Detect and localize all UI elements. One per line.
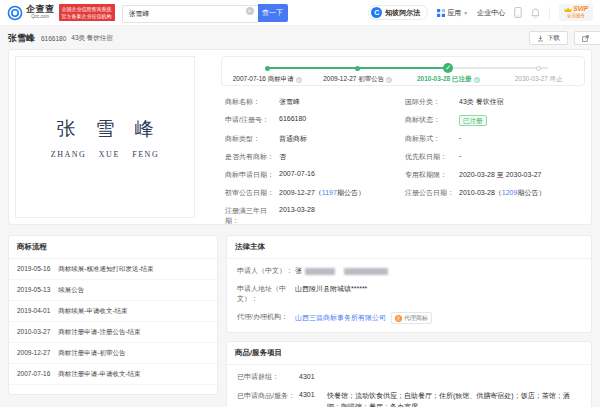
clear-icon[interactable]: × [246, 7, 254, 15]
timeline-step: 2007-07-16 商标申请 [222, 62, 313, 85]
details-row: 注册满三年日期：2013-03-28 [225, 202, 585, 230]
timeline-dot [265, 66, 270, 71]
field-label: 代理/办理机构： [237, 312, 295, 322]
details-cell: 商标形式：- [405, 134, 585, 144]
process-list: 2019-05-16商标续展-核准通知打印发送-结束2019-05-13续展公告… [9, 259, 217, 385]
qcc-logo[interactable]: 企查查 Qcc.com [7, 5, 55, 21]
field-label: 商标类型： [225, 134, 279, 144]
goods-row: 已申请群组：4301 [227, 368, 591, 387]
field-value: 6166180 [279, 115, 306, 122]
redacted-block [344, 268, 388, 275]
legal-row: 申请人（中文）：张 [227, 262, 591, 280]
timeline-step: 2009-12-27 初审公告 [313, 62, 404, 85]
process-item: 2019-04-01商标续展-申请收文-结束 [9, 301, 217, 322]
details-row: 是否共有商标：否优先权日期：- [225, 148, 585, 166]
details-cell: 商标状态：已注册 [405, 115, 585, 126]
agency-badge-icon: 企 [395, 315, 402, 322]
qcc-logo-text: 企查查 Qcc.com [26, 5, 55, 20]
nav-divider [549, 7, 550, 19]
mobile-app-icon[interactable] [514, 7, 522, 18]
field-value: 张雪峰 [279, 97, 300, 107]
details-row: 申请/注册号：6166180商标状态：已注册 [225, 111, 585, 130]
process-text: 商标注册申请-注册公告-结束 [58, 328, 140, 337]
details-cell: 商标名称：张雪峰 [225, 97, 405, 107]
process-text: 商标续展-核准通知打印发送-结束 [58, 265, 153, 274]
field-value: 普通商标 [279, 134, 307, 144]
legal-card-title: 法律主体 [227, 236, 591, 259]
redacted-block [305, 268, 335, 275]
timeline-dot [355, 66, 360, 71]
apps-menu[interactable]: 应用 ▼ [437, 8, 468, 18]
search-button[interactable]: 查一下 [258, 4, 288, 22]
process-date: 2007-07-16 [17, 370, 50, 379]
search-bar: × 查一下 [122, 2, 288, 23]
field-label: 注册满三年日期： [225, 206, 279, 226]
timeline-dot [536, 66, 541, 71]
field-label: 商标申请日期： [225, 170, 279, 180]
process-text: 商标注册申请-初审公告 [58, 349, 125, 358]
logo-domain: Qcc.com [26, 15, 55, 20]
share-button[interactable] [574, 31, 600, 45]
process-text: 商标注册申请-申请收文-结束 [58, 370, 140, 379]
details-row: 商标类型：普通商标商标形式：- [225, 130, 585, 148]
process-text: 续展公告 [58, 286, 84, 295]
field-label: 商标形式： [405, 134, 459, 144]
field-label: 申请/注册号： [225, 115, 279, 125]
goods-rows: 已申请群组：4301已申请商品/服务：4301快餐馆；流动饮食供应；自助餐厅；住… [227, 365, 591, 407]
trademark-overview-card: 张雪峰 ZHANG XUE FENG 2007-07-16 商标申请2009-1… [8, 49, 592, 225]
process-item: 2019-05-16商标续展-核准通知打印发送-结束 [9, 259, 217, 280]
field-value: 快餐馆；流动饮食供应；自助餐厅；住所(旅馆、供膳寄宿处)；饭店；茶馆；酒吧；咖啡… [327, 391, 581, 407]
agency-tag-label: 代理商标 [404, 314, 428, 322]
field-label: 商标状态： [405, 115, 459, 125]
alpha-icon: C [371, 7, 382, 18]
process-item: 2007-07-16商标注册申请-申请收文-结束 [9, 364, 217, 385]
alpha-label: 知彼阿尔法 [385, 8, 420, 18]
details-row: 商标名称：张雪峰国际分类：43类 餐饮住宿 [225, 93, 585, 111]
details-cell: 商标类型：普通商标 [225, 134, 405, 144]
clock-icon [474, 77, 480, 83]
svip-badge[interactable]: SVIP 会员服务 [559, 4, 593, 21]
search-input[interactable] [122, 5, 258, 23]
notification-bell-icon[interactable] [531, 8, 540, 18]
details-cell: 是否共有商标：否 [225, 152, 405, 162]
trademark-category: 43类 餐饮住宿 [71, 34, 113, 43]
process-date: 2019-05-16 [17, 265, 50, 274]
field-value: 2007-07-16 [279, 170, 315, 177]
legal-row: 代理/办理机构：山西三晋商标事务所有限公司企代理商标 [227, 308, 591, 328]
process-card-title: 商标流程 [9, 236, 217, 259]
process-date: 2010-03-27 [17, 328, 50, 337]
crown-icon [564, 7, 572, 13]
process-date: 2019-04-01 [17, 307, 50, 316]
gazette-link[interactable]: 1209 [502, 189, 518, 196]
field-label: 已申请群组： [237, 372, 299, 382]
page-header: 张雪峰 6166180 43类 餐饮住宿 下载 [0, 26, 600, 49]
field-value: - [459, 134, 461, 141]
field-label: 优先权日期： [405, 152, 459, 162]
gov-badge-line1: 全国企业信用查询系统 [62, 6, 112, 13]
agency-link[interactable]: 山西三晋商标事务所有限公司 [295, 313, 386, 323]
details-cell: 初审公告日期：2009-12-27（1197期公告） [225, 188, 405, 198]
goods-card-title: 商品/服务项目 [227, 342, 591, 365]
details-row: 初审公告日期：2009-12-27（1197期公告）注册公告日期：2010-03… [225, 184, 585, 202]
check-icon: ✓ [443, 63, 453, 73]
enterprise-center-link[interactable]: 企业中心 [477, 8, 505, 18]
field-value: - [459, 152, 461, 159]
field-value: 已注册 [459, 115, 487, 126]
trademark-image: 张雪峰 ZHANG XUE FENG [15, 56, 195, 218]
clock-icon [386, 77, 392, 83]
field-value: 4301 [299, 372, 315, 383]
zhibi-alpha-link[interactable]: C 知彼阿尔法 [368, 5, 428, 20]
field-value: 2013-03-28 [279, 206, 315, 213]
timeline-step: ✓2010-03-28 已注册 [403, 62, 494, 85]
gazette-link[interactable]: 1197 [322, 189, 337, 196]
qcc-logo-icon [7, 5, 23, 21]
share-icon [582, 35, 589, 42]
details-cell: 专用权期限：2020-03-28 至 2030-03-27 [405, 170, 585, 180]
trademark-details: 商标名称：张雪峰国际分类：43类 餐饮住宿申请/注册号：6166180商标状态：… [221, 91, 585, 230]
field-label: 专用权期限： [405, 170, 459, 180]
details-cell: 商标申请日期：2007-07-16 [225, 170, 405, 180]
svip-title: SVIP [573, 6, 588, 13]
details-row: 商标申请日期：2007-07-16专用权期限：2020-03-28 至 2030… [225, 166, 585, 184]
download-button[interactable]: 下载 [529, 31, 568, 45]
process-text: 商标续展-申请收文-结束 [58, 307, 127, 316]
